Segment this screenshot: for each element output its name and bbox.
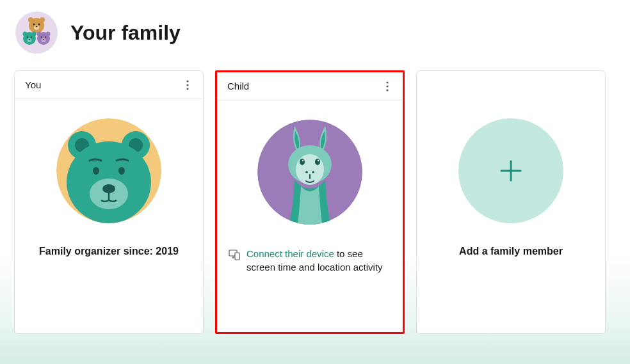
family-logo-icon [15,12,58,54]
svg-point-42 [300,159,305,165]
svg-point-20 [42,38,46,42]
svg-point-19 [45,36,46,38]
card-child[interactable]: Child [215,70,405,334]
card-body: Add a family member [417,71,605,333]
devices-icon [229,249,240,260]
svg-point-41 [296,154,324,185]
svg-point-33 [93,167,99,175]
plus-icon [499,159,523,183]
description-text: Connect their device to see screen time … [246,247,391,274]
card-title: Child [227,81,249,91]
connect-device-link[interactable]: Connect their device [246,248,334,259]
svg-point-22 [186,80,188,82]
svg-point-7 [36,26,38,28]
add-member-label: Add a family member [459,246,563,257]
svg-point-37 [386,89,388,91]
svg-point-2 [28,17,33,22]
card-title: You [25,79,41,90]
more-vertical-icon [186,80,189,90]
page-header: Your family [0,0,630,60]
cards-container: You [0,60,630,344]
svg-point-43 [315,159,320,165]
card-you[interactable]: You [14,70,204,334]
svg-point-24 [186,88,188,90]
svg-point-46 [305,171,308,173]
svg-point-10 [32,32,36,36]
card-header: Child [217,72,403,100]
svg-point-13 [28,38,32,42]
svg-point-47 [312,171,314,173]
svg-point-34 [118,167,125,175]
svg-point-23 [186,84,188,86]
card-add-member[interactable]: Add a family member [416,70,606,334]
svg-point-16 [37,32,42,36]
connect-device-description: Connect their device to see screen time … [217,247,403,274]
more-vertical-icon [386,81,389,91]
svg-point-4 [33,24,35,26]
svg-point-11 [27,36,28,38]
page-title: Your family [70,21,181,45]
card-body: Family organizer since: 2019 [15,99,203,333]
svg-point-14 [29,39,30,40]
svg-point-45 [318,160,319,161]
bear-avatar-icon [56,118,161,223]
card-body: Connect their device to see screen time … [217,100,403,332]
svg-rect-49 [235,253,239,260]
svg-point-21 [43,39,44,40]
organizer-since-label: Family organizer since: 2019 [39,246,179,257]
add-avatar[interactable] [458,118,563,223]
svg-point-36 [386,85,388,87]
more-options-button[interactable] [182,76,193,94]
svg-point-12 [31,36,32,38]
svg-point-44 [302,160,303,161]
svg-point-3 [40,17,45,22]
svg-point-35 [386,81,388,83]
card-header: You [15,71,203,99]
svg-point-17 [46,32,51,36]
svg-point-18 [41,36,42,38]
more-options-button[interactable] [382,77,392,95]
svg-point-5 [38,24,40,26]
svg-point-32 [102,184,115,193]
llama-avatar-icon [257,120,362,225]
svg-point-9 [23,32,28,36]
